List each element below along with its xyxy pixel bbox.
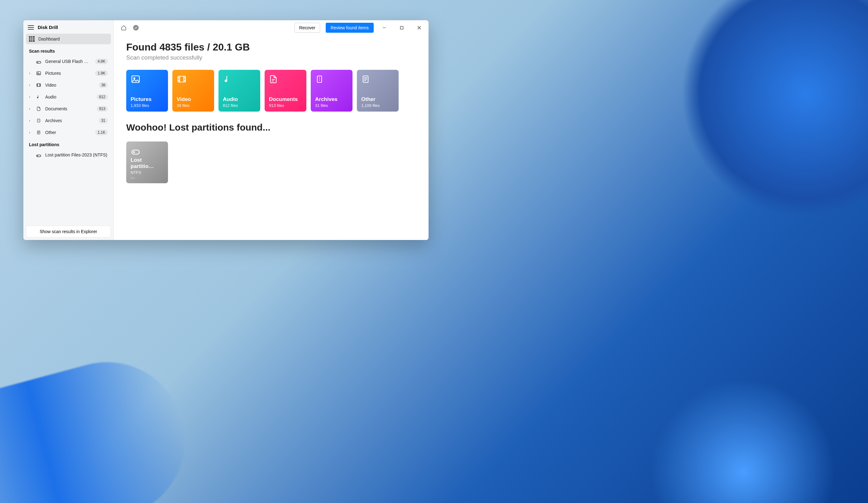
svg-point-3 <box>38 73 38 73</box>
svg-point-14 <box>134 78 135 79</box>
card-subtitle: 38 files <box>177 103 210 108</box>
svg-rect-0 <box>37 61 41 63</box>
card-title: Audio <box>223 96 256 103</box>
count-badge: 812 <box>97 94 108 100</box>
document-icon <box>36 106 41 111</box>
card-audio[interactable]: Audio 812 files <box>218 70 260 112</box>
sidebar-item-label: General USB Flash Disk… <box>45 59 91 64</box>
lost-partitions-heading: Woohoo! Lost partitions found... <box>126 122 416 133</box>
menu-icon[interactable] <box>28 25 34 30</box>
count-badge: 913 <box>97 106 108 112</box>
svg-rect-18 <box>132 150 139 154</box>
svg-point-8 <box>38 155 38 156</box>
card-title: Archives <box>315 96 348 103</box>
sidebar-item-archives[interactable]: › Archives 31 <box>26 115 111 126</box>
content: Found 4835 files / 20.1 GB Scan complete… <box>114 35 428 189</box>
chevron-right-icon: › <box>29 130 32 135</box>
chevron-right-icon: › <box>29 119 32 123</box>
window-close-button[interactable] <box>412 23 426 32</box>
svg-point-1 <box>38 62 38 63</box>
window-maximize-button[interactable] <box>395 23 409 32</box>
category-cards: Pictures 1,933 files Video 38 files Audi… <box>126 70 416 112</box>
recover-button[interactable]: Recover <box>294 23 320 33</box>
sidebar-item-other[interactable]: › Other 1.1K <box>26 127 111 138</box>
card-title: Pictures <box>131 96 164 103</box>
sidebar-item-dashboard[interactable]: Dashboard <box>26 34 111 44</box>
sidebar-item-label: Pictures <box>45 71 91 76</box>
dashboard-icon <box>29 36 34 42</box>
count-badge: 1.1K <box>95 130 108 135</box>
sidebar: Disk Drill Dashboard Scan results › Gene… <box>23 20 114 240</box>
sidebar-item-label: Other <box>45 130 91 135</box>
sidebar-item-pictures[interactable]: › Pictures 1.9K <box>26 68 111 79</box>
sidebar-item-audio[interactable]: › Audio 812 <box>26 92 111 102</box>
image-icon <box>36 71 41 76</box>
summary-subhead: Scan completed successfully <box>126 54 416 61</box>
chevron-right-icon: › <box>29 71 32 75</box>
home-button[interactable] <box>120 23 128 32</box>
status-check-icon <box>133 25 139 31</box>
window-minimize-button[interactable] <box>378 23 391 32</box>
sidebar-item-lost-partition[interactable]: › Lost partition Files-2023 (NTFS) <box>26 150 111 160</box>
sidebar-item-label: Documents <box>45 106 93 111</box>
card-lost-partition[interactable]: Lost partitio… NTFS — <box>126 142 168 183</box>
film-icon <box>177 74 210 85</box>
sidebar-item-label: Audio <box>45 94 93 100</box>
film-icon <box>36 83 41 88</box>
sidebar-item-device[interactable]: › General USB Flash Disk… 4.8K <box>26 56 111 67</box>
svg-rect-10 <box>401 27 403 29</box>
drive-icon <box>36 152 41 158</box>
main-pane: Recover Review found items Found 4835 fi… <box>114 20 428 240</box>
chevron-right-icon: › <box>29 95 32 99</box>
sidebar-item-label: Dashboard <box>38 37 108 41</box>
archive-icon <box>315 74 348 85</box>
card-title: Other <box>361 96 394 103</box>
svg-rect-15 <box>178 76 185 82</box>
app-title: Disk Drill <box>38 24 58 30</box>
card-video[interactable]: Video 38 files <box>172 70 214 112</box>
card-fs: NTFS <box>131 170 164 175</box>
titlebar: Recover Review found items <box>114 20 428 35</box>
svg-rect-13 <box>132 76 139 82</box>
card-archives[interactable]: Archives 31 files <box>311 70 352 112</box>
count-badge: 31 <box>99 118 108 123</box>
count-badge: 4.8K <box>95 59 108 64</box>
sidebar-header: Disk Drill <box>23 20 113 33</box>
card-subtitle: 31 files <box>315 103 348 108</box>
card-subtitle: 1,108 files <box>361 103 394 108</box>
card-title: Lost partitio… <box>131 157 164 170</box>
sidebar-item-label: Video <box>45 83 95 88</box>
card-subtitle: 913 files <box>269 103 302 108</box>
file-icon <box>361 74 394 85</box>
drive-icon <box>36 59 41 64</box>
card-other[interactable]: Other 1,108 files <box>357 70 399 112</box>
card-subtitle: 1,933 files <box>131 103 164 108</box>
card-size: — <box>131 175 164 180</box>
document-icon <box>269 74 302 85</box>
card-title: Video <box>177 96 210 103</box>
section-scan-results: Scan results <box>23 45 113 55</box>
file-icon <box>36 130 41 135</box>
svg-rect-7 <box>37 155 41 157</box>
card-title: Documents <box>269 96 302 103</box>
chevron-right-icon: › <box>29 106 32 111</box>
svg-rect-4 <box>37 83 41 86</box>
sidebar-item-video[interactable]: › Video 38 <box>26 80 111 90</box>
sidebar-item-documents[interactable]: › Documents 913 <box>26 103 111 114</box>
summary-headline: Found 4835 files / 20.1 GB <box>126 41 416 53</box>
svg-point-19 <box>133 152 134 152</box>
count-badge: 38 <box>99 82 108 88</box>
section-lost-partitions: Lost partitions <box>23 138 113 149</box>
drive-icon <box>131 146 164 157</box>
music-note-icon <box>223 74 256 85</box>
card-documents[interactable]: Documents 913 files <box>265 70 306 112</box>
app-window: Disk Drill Dashboard Scan results › Gene… <box>23 20 428 240</box>
chevron-right-icon: › <box>29 83 32 87</box>
card-subtitle: 812 files <box>223 103 256 108</box>
archive-icon <box>36 118 41 123</box>
review-found-items-button[interactable]: Review found items <box>326 23 374 33</box>
show-in-explorer-button[interactable]: Show scan results in Explorer <box>26 226 111 237</box>
sidebar-item-label: Lost partition Files-2023 (NTFS) <box>45 152 108 157</box>
count-badge: 1.9K <box>95 70 108 76</box>
card-pictures[interactable]: Pictures 1,933 files <box>126 70 168 112</box>
